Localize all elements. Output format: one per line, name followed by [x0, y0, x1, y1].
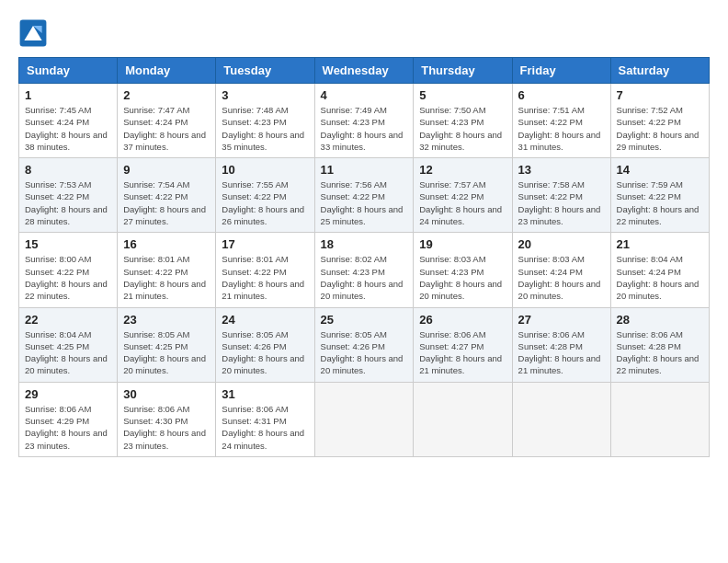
calendar-cell: 20Sunrise: 8:03 AMSunset: 4:24 PMDayligh…: [512, 233, 610, 307]
cell-info: Sunrise: 7:45 AMSunset: 4:24 PMDaylight:…: [25, 104, 111, 153]
cell-info: Sunrise: 8:05 AMSunset: 4:26 PMDaylight:…: [222, 328, 308, 377]
calendar-cell: 27Sunrise: 8:06 AMSunset: 4:28 PMDayligh…: [512, 307, 610, 382]
calendar-cell: 18Sunrise: 8:02 AMSunset: 4:23 PMDayligh…: [314, 233, 414, 307]
calendar-cell: 30Sunrise: 8:06 AMSunset: 4:30 PMDayligh…: [118, 382, 216, 456]
cell-info: Sunrise: 8:06 AMSunset: 4:27 PMDaylight:…: [419, 328, 506, 377]
cell-info: Sunrise: 7:49 AMSunset: 4:23 PMDaylight:…: [321, 104, 408, 153]
calendar-cell: 12Sunrise: 7:57 AMSunset: 4:22 PMDayligh…: [414, 158, 512, 233]
day-number: 13: [518, 163, 605, 177]
page-header: [18, 18, 710, 48]
day-number: 20: [518, 237, 605, 251]
calendar-cell: 7Sunrise: 7:52 AMSunset: 4:22 PMDaylight…: [610, 84, 709, 158]
day-number: 22: [25, 313, 111, 327]
weekday-header: Sunday: [19, 58, 118, 84]
calendar-cell: [414, 382, 512, 456]
cell-info: Sunrise: 8:00 AMSunset: 4:22 PMDaylight:…: [25, 253, 111, 302]
cell-info: Sunrise: 8:02 AMSunset: 4:23 PMDaylight:…: [321, 253, 408, 302]
cell-info: Sunrise: 7:59 AMSunset: 4:22 PMDaylight:…: [617, 178, 703, 227]
calendar-cell: 26Sunrise: 8:06 AMSunset: 4:27 PMDayligh…: [414, 307, 512, 382]
weekday-header: Monday: [118, 58, 216, 84]
calendar-week-row: 1Sunrise: 7:45 AMSunset: 4:24 PMDaylight…: [19, 84, 710, 158]
day-number: 23: [123, 313, 210, 327]
calendar-cell: 17Sunrise: 8:01 AMSunset: 4:22 PMDayligh…: [216, 233, 314, 307]
calendar-cell: 29Sunrise: 8:06 AMSunset: 4:29 PMDayligh…: [19, 382, 118, 456]
day-number: 11: [321, 163, 408, 177]
weekday-header: Thursday: [414, 58, 512, 84]
day-number: 18: [321, 237, 408, 251]
day-number: 7: [617, 88, 703, 102]
day-number: 5: [419, 88, 506, 102]
cell-info: Sunrise: 8:06 AMSunset: 4:30 PMDaylight:…: [123, 403, 210, 452]
cell-info: Sunrise: 7:50 AMSunset: 4:23 PMDaylight:…: [419, 104, 506, 153]
day-number: 29: [25, 387, 111, 401]
calendar-cell: 1Sunrise: 7:45 AMSunset: 4:24 PMDaylight…: [19, 84, 118, 158]
calendar-cell: 15Sunrise: 8:00 AMSunset: 4:22 PMDayligh…: [19, 233, 118, 307]
day-number: 21: [617, 237, 703, 251]
cell-info: Sunrise: 7:53 AMSunset: 4:22 PMDaylight:…: [25, 178, 111, 227]
day-number: 24: [222, 313, 308, 327]
calendar-cell: 4Sunrise: 7:49 AMSunset: 4:23 PMDaylight…: [314, 84, 414, 158]
cell-info: Sunrise: 7:52 AMSunset: 4:22 PMDaylight:…: [617, 104, 703, 153]
calendar-table: SundayMondayTuesdayWednesdayThursdayFrid…: [18, 57, 710, 457]
day-number: 1: [25, 88, 111, 102]
calendar-cell: [512, 382, 610, 456]
day-number: 16: [123, 237, 210, 251]
calendar-cell: 28Sunrise: 8:06 AMSunset: 4:28 PMDayligh…: [610, 307, 709, 382]
day-number: 8: [25, 163, 111, 177]
weekday-header: Friday: [512, 58, 610, 84]
cell-info: Sunrise: 7:54 AMSunset: 4:22 PMDaylight:…: [123, 178, 210, 227]
logo-icon: [18, 18, 48, 48]
day-number: 6: [518, 88, 605, 102]
cell-info: Sunrise: 8:03 AMSunset: 4:24 PMDaylight:…: [518, 253, 605, 302]
calendar-cell: 31Sunrise: 8:06 AMSunset: 4:31 PMDayligh…: [216, 382, 314, 456]
day-number: 4: [321, 88, 408, 102]
cell-info: Sunrise: 7:56 AMSunset: 4:22 PMDaylight:…: [321, 178, 408, 227]
day-number: 14: [617, 163, 703, 177]
calendar-cell: 3Sunrise: 7:48 AMSunset: 4:23 PMDaylight…: [216, 84, 314, 158]
day-number: 25: [321, 313, 408, 327]
cell-info: Sunrise: 8:04 AMSunset: 4:25 PMDaylight:…: [25, 328, 111, 377]
calendar-cell: 19Sunrise: 8:03 AMSunset: 4:23 PMDayligh…: [414, 233, 512, 307]
weekday-header: Saturday: [610, 58, 709, 84]
calendar-cell: 11Sunrise: 7:56 AMSunset: 4:22 PMDayligh…: [314, 158, 414, 233]
calendar-cell: 10Sunrise: 7:55 AMSunset: 4:22 PMDayligh…: [216, 158, 314, 233]
cell-info: Sunrise: 8:05 AMSunset: 4:25 PMDaylight:…: [123, 328, 210, 377]
calendar-cell: 24Sunrise: 8:05 AMSunset: 4:26 PMDayligh…: [216, 307, 314, 382]
cell-info: Sunrise: 8:06 AMSunset: 4:31 PMDaylight:…: [222, 403, 308, 452]
calendar-cell: [610, 382, 709, 456]
calendar-week-row: 22Sunrise: 8:04 AMSunset: 4:25 PMDayligh…: [19, 307, 710, 382]
cell-info: Sunrise: 8:06 AMSunset: 4:28 PMDaylight:…: [617, 328, 703, 377]
day-number: 15: [25, 237, 111, 251]
cell-info: Sunrise: 7:55 AMSunset: 4:22 PMDaylight:…: [222, 178, 308, 227]
calendar-cell: 22Sunrise: 8:04 AMSunset: 4:25 PMDayligh…: [19, 307, 118, 382]
cell-info: Sunrise: 7:48 AMSunset: 4:23 PMDaylight:…: [222, 104, 308, 153]
day-number: 26: [419, 313, 506, 327]
day-number: 19: [419, 237, 506, 251]
calendar-cell: 2Sunrise: 7:47 AMSunset: 4:24 PMDaylight…: [118, 84, 216, 158]
day-number: 17: [222, 237, 308, 251]
cell-info: Sunrise: 8:03 AMSunset: 4:23 PMDaylight:…: [419, 253, 506, 302]
calendar-cell: 23Sunrise: 8:05 AMSunset: 4:25 PMDayligh…: [118, 307, 216, 382]
calendar-cell: 21Sunrise: 8:04 AMSunset: 4:24 PMDayligh…: [610, 233, 709, 307]
calendar-cell: 9Sunrise: 7:54 AMSunset: 4:22 PMDaylight…: [118, 158, 216, 233]
logo: [18, 18, 51, 48]
cell-info: Sunrise: 8:06 AMSunset: 4:29 PMDaylight:…: [25, 403, 111, 452]
weekday-header-row: SundayMondayTuesdayWednesdayThursdayFrid…: [19, 58, 710, 84]
calendar-week-row: 15Sunrise: 8:00 AMSunset: 4:22 PMDayligh…: [19, 233, 710, 307]
calendar-cell: 14Sunrise: 7:59 AMSunset: 4:22 PMDayligh…: [610, 158, 709, 233]
cell-info: Sunrise: 7:58 AMSunset: 4:22 PMDaylight:…: [518, 178, 605, 227]
cell-info: Sunrise: 8:05 AMSunset: 4:26 PMDaylight:…: [321, 328, 408, 377]
day-number: 2: [123, 88, 210, 102]
cell-info: Sunrise: 8:06 AMSunset: 4:28 PMDaylight:…: [518, 328, 605, 377]
cell-info: Sunrise: 8:01 AMSunset: 4:22 PMDaylight:…: [123, 253, 210, 302]
calendar-week-row: 8Sunrise: 7:53 AMSunset: 4:22 PMDaylight…: [19, 158, 710, 233]
cell-info: Sunrise: 8:01 AMSunset: 4:22 PMDaylight:…: [222, 253, 308, 302]
day-number: 31: [222, 387, 308, 401]
weekday-header: Tuesday: [216, 58, 314, 84]
calendar-cell: 5Sunrise: 7:50 AMSunset: 4:23 PMDaylight…: [414, 84, 512, 158]
day-number: 30: [123, 387, 210, 401]
day-number: 27: [518, 313, 605, 327]
day-number: 28: [617, 313, 703, 327]
cell-info: Sunrise: 7:57 AMSunset: 4:22 PMDaylight:…: [419, 178, 506, 227]
calendar-cell: 8Sunrise: 7:53 AMSunset: 4:22 PMDaylight…: [19, 158, 118, 233]
